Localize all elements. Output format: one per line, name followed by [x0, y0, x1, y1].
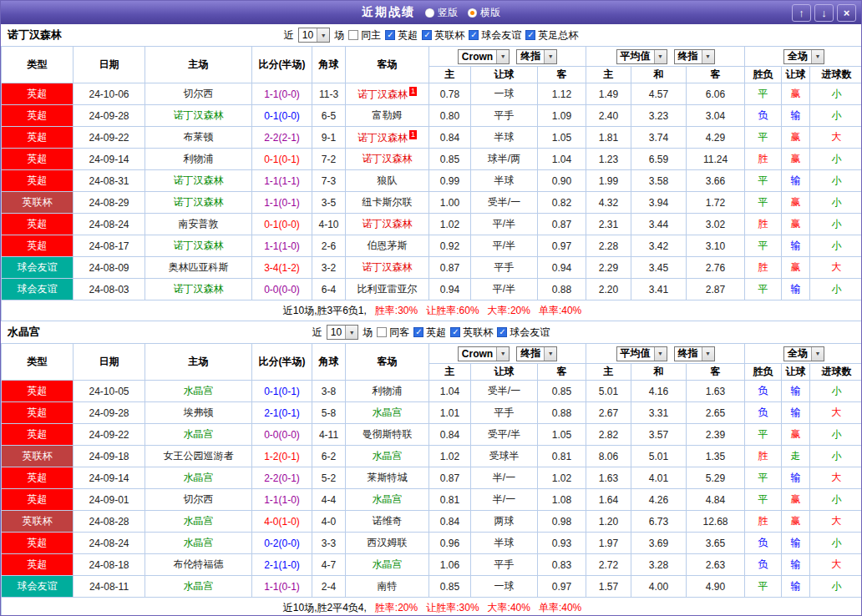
match-count-select[interactable]: 10 ▼ — [327, 325, 358, 340]
league-filter-checkbox[interactable]: 球会友谊 — [469, 28, 521, 43]
away-team-cell: 诺丁汉森林1 — [346, 83, 429, 105]
corners-cell: 5-8 — [312, 402, 346, 424]
subcol-euro-away: 客 — [687, 364, 745, 381]
euro-odds-type-select[interactable]: 平均值▼ — [616, 346, 667, 361]
checkbox-label: 英联杯 — [434, 28, 464, 43]
asian-away-water-cell: 1.09 — [538, 105, 586, 127]
summary-stat: 单率:40% — [539, 305, 581, 316]
home-team-cell: 水晶宫 — [145, 511, 252, 533]
chevron-down-icon: ▼ — [654, 347, 667, 361]
league-filters: 英超英联杯球会友谊英足总杯 — [385, 28, 578, 43]
goals-result-cell: 小 — [810, 424, 862, 446]
red-card-badge: 1 — [409, 130, 417, 139]
euro-odds-header: 平均值▼ 终指▼ — [586, 344, 745, 364]
move-down-button[interactable]: ↓ — [814, 4, 834, 22]
fulltime-result-cell: 胜 — [745, 149, 782, 170]
euro-home-odds-cell: 1.20 — [586, 511, 631, 533]
summary-stat: 大率:20% — [488, 305, 530, 316]
chevron-down-icon: ▼ — [317, 28, 329, 42]
date-cell: 24-10-05 — [74, 381, 145, 402]
league-filter-checkbox[interactable]: 英超 — [413, 326, 446, 340]
handicap-result-cell: 输 — [782, 554, 810, 576]
venue-filter-checkbox[interactable]: 同客 — [377, 326, 409, 340]
checkbox-label: 球会友谊 — [481, 28, 521, 43]
match-row: 球会友谊24-08-03诺丁汉森林0-0(0-0)6-4比利亚雷亚尔0.94平/… — [2, 279, 862, 300]
score-cell: 4-0(1-0) — [252, 511, 312, 533]
league-type-cell: 英超 — [2, 105, 74, 127]
asian-home-water-cell: 1.02 — [429, 446, 471, 467]
goals-result-cell: 小 — [810, 105, 862, 127]
asian-handicap-cell: 半球 — [471, 170, 538, 192]
euro-draw-odds-cell: 6.73 — [631, 511, 687, 533]
bookmaker-select[interactable]: Crown▼ — [458, 49, 510, 64]
subcol-result: 胜负 — [745, 364, 782, 381]
corners-cell: 9-1 — [312, 127, 346, 149]
subcol-goals: 进球数 — [810, 364, 862, 381]
euro-odds-stage-select[interactable]: 终指▼ — [674, 346, 715, 361]
handicap-result-cell: 输 — [782, 170, 810, 192]
checkbox-label: 球会友谊 — [510, 326, 550, 340]
layout-radio-horizontal[interactable]: 横版 — [468, 6, 500, 20]
match-row: 英超24-09-14利物浦0-1(0-1)7-2诺丁汉森林0.85球半/两1.0… — [2, 149, 862, 170]
league-filter-checkbox[interactable]: 英超 — [385, 28, 418, 43]
asian-home-water-cell: 1.01 — [429, 402, 471, 424]
home-team-cell: 诺丁汉森林 — [145, 170, 252, 192]
date-cell: 24-09-18 — [74, 446, 145, 467]
euro-away-odds-cell: 1.72 — [687, 192, 745, 214]
away-team-cell: 诺丁汉森林 — [346, 214, 429, 235]
euro-home-odds-cell: 1.57 — [586, 576, 631, 598]
asian-away-water-cell: 0.93 — [538, 533, 586, 554]
corners-cell: 11-3 — [312, 83, 346, 105]
move-up-button[interactable]: ↑ — [792, 4, 811, 22]
away-team-cell: 莱斯特城 — [346, 467, 429, 489]
scope-select[interactable]: 全场▼ — [783, 49, 824, 64]
league-type-cell: 英超 — [2, 149, 74, 170]
league-type-cell: 英超 — [2, 402, 74, 424]
score-cell: 1-1(0-0) — [252, 83, 312, 105]
select-value: 10 — [327, 326, 345, 339]
league-filter-checkbox[interactable]: 英足总杯 — [525, 28, 578, 43]
asian-handicap-cell: 平手 — [471, 257, 538, 279]
scope-select[interactable]: 全场▼ — [783, 346, 824, 361]
subcol-asian-home: 主 — [429, 67, 471, 83]
col-header-type: 类型 — [2, 47, 74, 83]
date-cell: 24-08-03 — [74, 279, 145, 300]
euro-draw-odds-cell: 3.69 — [631, 533, 687, 554]
league-type-cell: 英超 — [2, 533, 74, 554]
summary-stat: 大率:40% — [488, 602, 530, 613]
venue-filter-checkbox[interactable]: 同主 — [348, 28, 381, 43]
euro-odds-type-select[interactable]: 平均值▼ — [616, 49, 667, 64]
date-cell: 24-09-22 — [74, 424, 145, 446]
asian-odds-stage-select[interactable]: 终指▼ — [516, 346, 557, 361]
fulltime-result-cell: 平 — [745, 467, 782, 489]
col-header-corners: 角球 — [312, 47, 346, 83]
league-filter-checkbox[interactable]: 英联杯 — [450, 326, 493, 340]
league-filter-checkbox[interactable]: 球会友谊 — [497, 326, 550, 340]
asian-handicap-cell: 球半/两 — [471, 149, 538, 170]
bookmaker-select[interactable]: Crown▼ — [458, 346, 510, 361]
league-filters: 英超英联杯球会友谊 — [413, 326, 550, 340]
corners-cell: 2-6 — [312, 235, 346, 257]
match-count-select[interactable]: 10 ▼ — [298, 28, 330, 43]
date-cell: 24-09-22 — [74, 127, 145, 149]
league-filter-checkbox[interactable]: 英联杯 — [422, 28, 464, 43]
date-cell: 24-08-17 — [74, 235, 145, 257]
subcol-asian-home: 主 — [429, 364, 471, 381]
euro-odds-stage-select[interactable]: 终指▼ — [674, 49, 715, 64]
home-team-cell: 水晶宫 — [145, 467, 252, 489]
score-cell: 3-4(1-2) — [252, 257, 312, 279]
col-header-type: 类型 — [2, 344, 74, 381]
handicap-result-cell: 赢 — [782, 489, 810, 511]
subcol-asian-line: 让球 — [471, 364, 538, 381]
team-section-header: 诺丁汉森林 近 10 ▼ 场 同主 英超英联杯球会友谊英足总杯 — [1, 24, 861, 46]
euro-home-odds-cell: 2.20 — [586, 279, 631, 300]
handicap-result-cell: 赢 — [782, 214, 810, 235]
goals-result-cell: 小 — [810, 533, 862, 554]
away-team-cell: 富勒姆 — [346, 105, 429, 127]
date-cell: 24-08-18 — [74, 554, 145, 576]
away-team-cell: 诺维奇 — [346, 511, 429, 533]
fulltime-result-cell: 平 — [745, 279, 782, 300]
asian-odds-stage-select[interactable]: 终指▼ — [516, 49, 557, 64]
close-button[interactable]: × — [837, 4, 856, 22]
layout-radio-vertical[interactable]: 竖版 — [425, 6, 458, 20]
